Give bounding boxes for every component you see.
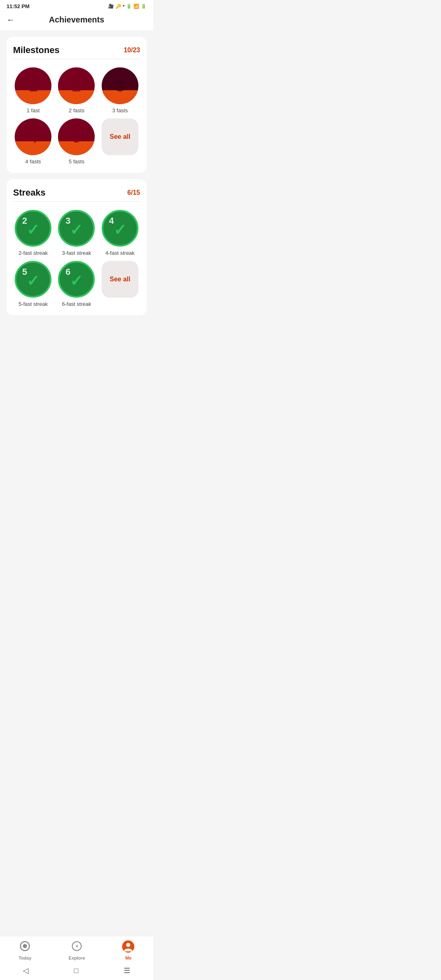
milestone-number-3: 3 (116, 78, 125, 94)
milestones-divider (13, 59, 140, 59)
streaks-title: Streaks (13, 187, 46, 198)
streaks-see-all-button[interactable]: See all (102, 261, 138, 298)
streak-number-4: 4 (109, 216, 114, 225)
milestone-badge-5: 5 5 fasts (56, 118, 96, 165)
milestones-see-all-button[interactable]: See all (102, 118, 138, 155)
milestones-see-all-item: See all (100, 118, 140, 165)
status-time: 11:52 PM (7, 3, 29, 9)
streaks-grid: 2 ✓ 2-fast streak 3 ✓ 3-fast streak 4 ✓ (13, 210, 140, 307)
checkmark-4: ✓ (114, 221, 127, 239)
streak-badge-6: 6 ✓ 6-fast streak (56, 261, 96, 307)
milestone-number-2: 2 (72, 78, 81, 94)
streak-number-2: 2 (22, 216, 27, 225)
milestone-label-4: 4 fasts (25, 158, 41, 165)
milestone-badge-1: 1 1 fast (13, 67, 53, 114)
milestone-circle-1: 1 (15, 67, 51, 104)
streaks-section: Streaks 6/15 2 ✓ 2-fast streak 3 ✓ 3-fas… (7, 179, 147, 315)
milestone-label-3: 3 fasts (112, 107, 128, 114)
milestone-number-1: 1 (29, 78, 38, 94)
streaks-header: Streaks 6/15 (13, 187, 140, 198)
milestones-count: 10/23 (124, 47, 140, 54)
milestone-number-5: 5 (72, 129, 81, 145)
streak-circle-4: 4 ✓ (102, 210, 138, 247)
streak-circle-3: 3 ✓ (58, 210, 95, 247)
streak-badge-5: 5 ✓ 5-fast streak (13, 261, 53, 307)
streak-label-4: 4-fast streak (105, 250, 135, 256)
back-button[interactable]: ← (7, 15, 15, 24)
streak-label-3: 3-fast streak (62, 250, 91, 256)
status-icons: 🎥 🔑 * 🔋 📶 🔋 (108, 4, 147, 9)
streaks-divider (13, 201, 140, 202)
streak-number-6: 6 (65, 267, 70, 276)
streak-badge-2: 2 ✓ 2-fast streak (13, 210, 53, 256)
streak-label-6: 6-fast streak (62, 301, 91, 307)
milestone-badge-4: 4 4 fasts (13, 118, 53, 165)
checkmark-2: ✓ (27, 221, 40, 239)
milestone-label-1: 1 fast (27, 107, 40, 114)
checkmark-6: ✓ (70, 272, 83, 290)
milestone-circle-5: 5 (58, 118, 95, 155)
streak-circle-2: 2 ✓ (15, 210, 51, 247)
milestone-badge-3: 3 3 fasts (100, 67, 140, 114)
streak-circle-6: 6 ✓ (58, 261, 95, 298)
milestones-header: Milestones 10/23 (13, 45, 140, 56)
milestone-number-4: 4 (29, 129, 38, 145)
milestone-circle-2: 2 (58, 67, 95, 104)
streak-label-2: 2-fast streak (18, 250, 48, 256)
streak-label-5: 5-fast streak (18, 301, 48, 307)
streak-circle-5: 5 ✓ (15, 261, 51, 298)
milestone-label-5: 5 fasts (69, 158, 84, 165)
milestone-badge-2: 2 2 fasts (56, 67, 96, 114)
page-header: ← Achievements (0, 11, 153, 30)
page-title: Achievements (49, 15, 105, 24)
checkmark-5: ✓ (27, 272, 40, 290)
streak-badge-3: 3 ✓ 3-fast streak (56, 210, 96, 256)
main-content: Milestones 10/23 1 1 fast 2 2 fasts (0, 30, 153, 377)
streak-number-3: 3 (65, 216, 70, 225)
checkmark-3: ✓ (70, 221, 83, 239)
streaks-see-all-item: See all (100, 261, 140, 307)
milestones-title: Milestones (13, 45, 60, 56)
streak-number-5: 5 (22, 267, 27, 276)
milestones-section: Milestones 10/23 1 1 fast 2 2 fasts (7, 37, 147, 173)
status-bar: 11:52 PM 🎥 🔑 * 🔋 📶 🔋 (0, 0, 153, 11)
streaks-count: 6/15 (127, 189, 140, 196)
milestone-label-2: 2 fasts (69, 107, 84, 114)
milestones-grid: 1 1 fast 2 2 fasts 3 3 fasts (13, 67, 140, 165)
streak-badge-4: 4 ✓ 4-fast streak (100, 210, 140, 256)
milestone-circle-3: 3 (102, 67, 138, 104)
milestone-circle-4: 4 (15, 118, 51, 155)
